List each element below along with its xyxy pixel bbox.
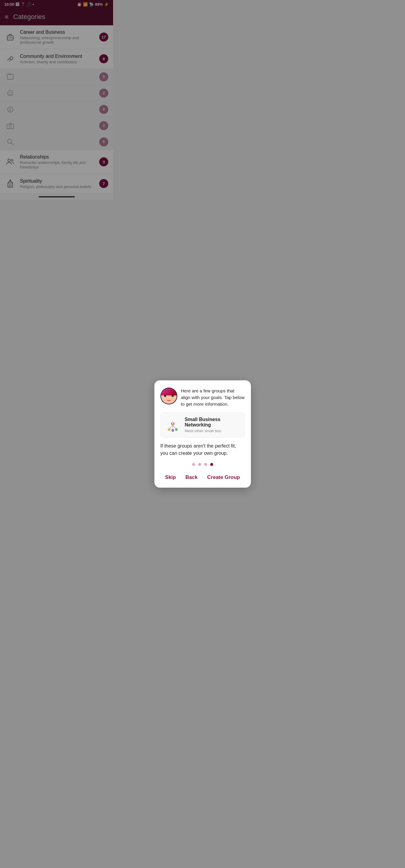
modal-overlay: Here are a few groups that align with yo… [0, 0, 113, 245]
